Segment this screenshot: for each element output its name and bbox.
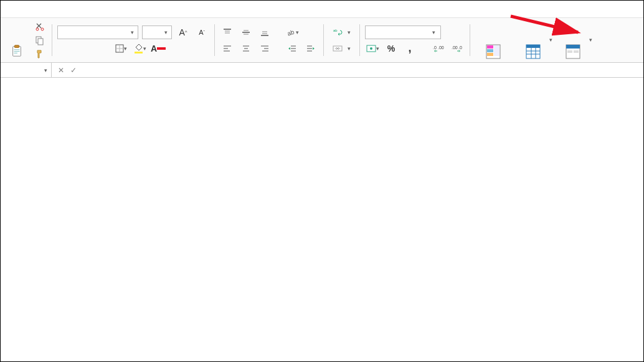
fill-color-button[interactable]: ▾ <box>132 42 147 55</box>
align-right-button[interactable] <box>257 42 272 55</box>
decrease-font-button[interactable]: Aˇ <box>194 26 209 39</box>
brush-icon <box>35 49 45 59</box>
svg-rect-48 <box>487 45 493 49</box>
chevron-down-icon: ▾ <box>131 29 134 35</box>
align-bottom-button[interactable] <box>257 26 272 39</box>
svg-text:ab: ab <box>333 29 338 32</box>
align-right-icon <box>260 44 269 53</box>
copy-icon <box>35 35 45 45</box>
group-number: ▾ ▾ % , .0.00 .00.0 <box>365 21 465 60</box>
wrap-text-button[interactable]: ab ▾ <box>329 26 354 39</box>
svg-point-42 <box>370 47 372 50</box>
group-styles: ▾ ▾ <box>475 21 591 60</box>
align-top-button[interactable] <box>220 26 235 39</box>
align-center-icon <box>242 44 250 53</box>
outdent-icon <box>288 44 296 53</box>
border-icon <box>115 44 124 53</box>
comma-format-button[interactable]: , <box>402 42 417 55</box>
svg-text:.00: .00 <box>438 45 444 50</box>
svg-rect-53 <box>526 45 540 48</box>
format-as-table-button[interactable]: ▾ <box>515 21 551 60</box>
enter-formula-button[interactable]: ✓ <box>68 65 79 76</box>
paste-button[interactable] <box>4 21 29 60</box>
bold-button[interactable] <box>57 42 72 55</box>
align-left-icon <box>223 44 232 53</box>
font-size-select[interactable]: ▾ <box>142 26 172 39</box>
ribbon-tabs <box>1 1 643 18</box>
ribbon: ▾ ▾ A^ Aˇ ▾ ▾ A ab▾ <box>1 18 643 63</box>
font-name-select[interactable]: ▾ <box>57 26 138 39</box>
format-table-icon <box>525 44 541 60</box>
decrease-indent-button[interactable] <box>285 42 300 55</box>
orientation-icon: ab <box>286 27 296 37</box>
decrease-decimal-button[interactable]: .00.0 <box>450 42 465 55</box>
formula-bar-row: ▾ ✕ ✓ <box>1 63 643 78</box>
merge-centre-button[interactable]: ▾ <box>329 42 354 55</box>
borders-button[interactable]: ▾ <box>113 42 128 55</box>
format-painter-button[interactable] <box>33 48 47 60</box>
svg-rect-2 <box>14 49 19 50</box>
merge-icon <box>333 44 343 53</box>
increase-decimal-button[interactable]: .0.00 <box>431 42 446 55</box>
svg-text:.0: .0 <box>433 45 437 50</box>
font-color-button[interactable]: A <box>151 42 166 55</box>
align-center-button[interactable] <box>239 42 253 55</box>
italic-button[interactable] <box>76 42 91 55</box>
svg-rect-1 <box>14 45 19 47</box>
svg-rect-8 <box>38 39 43 45</box>
svg-rect-3 <box>14 51 19 52</box>
svg-rect-61 <box>574 50 579 53</box>
indent-icon <box>306 44 315 53</box>
dec-decimal-icon: .00.0 <box>452 44 463 53</box>
increase-indent-button[interactable] <box>303 42 318 55</box>
copy-button[interactable] <box>33 34 47 47</box>
align-bottom-icon <box>260 28 269 37</box>
align-middle-icon <box>242 28 250 37</box>
svg-text:ab: ab <box>286 28 295 37</box>
percent-format-button[interactable]: % <box>384 42 399 55</box>
underline-button[interactable] <box>95 42 110 55</box>
conditional-formatting-button[interactable] <box>475 21 511 60</box>
svg-rect-51 <box>494 45 500 56</box>
svg-text:.0: .0 <box>458 45 462 50</box>
scissors-icon <box>35 22 45 32</box>
svg-point-5 <box>36 28 39 30</box>
group-clipboard <box>4 21 47 60</box>
svg-rect-49 <box>487 49 493 52</box>
svg-rect-50 <box>487 53 493 56</box>
currency-icon <box>366 44 376 53</box>
cell-styles-icon <box>565 44 581 60</box>
increase-font-button[interactable]: A^ <box>176 26 191 39</box>
svg-point-6 <box>41 28 44 30</box>
cut-button[interactable] <box>33 21 47 33</box>
align-middle-button[interactable] <box>239 26 253 39</box>
formula-input[interactable] <box>88 63 643 77</box>
group-alignment: ab▾ <box>220 21 318 60</box>
chevron-down-icon: ▾ <box>164 29 168 35</box>
cond-format-icon <box>485 44 501 60</box>
align-top-icon <box>223 28 232 37</box>
svg-rect-4 <box>14 52 17 53</box>
chevron-down-icon: ▾ <box>432 29 435 35</box>
group-font: ▾ ▾ A^ Aˇ ▾ ▾ A <box>57 21 209 60</box>
group-wrap-merge: ab ▾ ▾ <box>329 21 354 60</box>
svg-text:.00: .00 <box>452 45 458 50</box>
wrap-text-icon: ab <box>333 27 343 37</box>
inc-decimal-icon: .0.00 <box>433 44 444 53</box>
name-box[interactable]: ▾ <box>1 63 52 77</box>
cancel-formula-button[interactable]: ✕ <box>55 65 67 76</box>
bucket-icon <box>133 44 143 53</box>
chevron-down-icon: ▾ <box>44 67 47 73</box>
paste-icon <box>10 44 24 58</box>
svg-rect-60 <box>567 50 572 53</box>
svg-rect-59 <box>566 45 580 49</box>
cell-styles-button[interactable]: ▾ <box>555 21 591 60</box>
accounting-format-button[interactable]: ▾ <box>365 42 380 55</box>
svg-rect-13 <box>157 47 166 50</box>
number-format-select[interactable]: ▾ <box>365 26 441 39</box>
svg-rect-12 <box>135 52 143 53</box>
align-left-button[interactable] <box>220 42 235 55</box>
color-bar-icon <box>157 47 166 50</box>
orientation-button[interactable]: ab▾ <box>285 26 300 39</box>
